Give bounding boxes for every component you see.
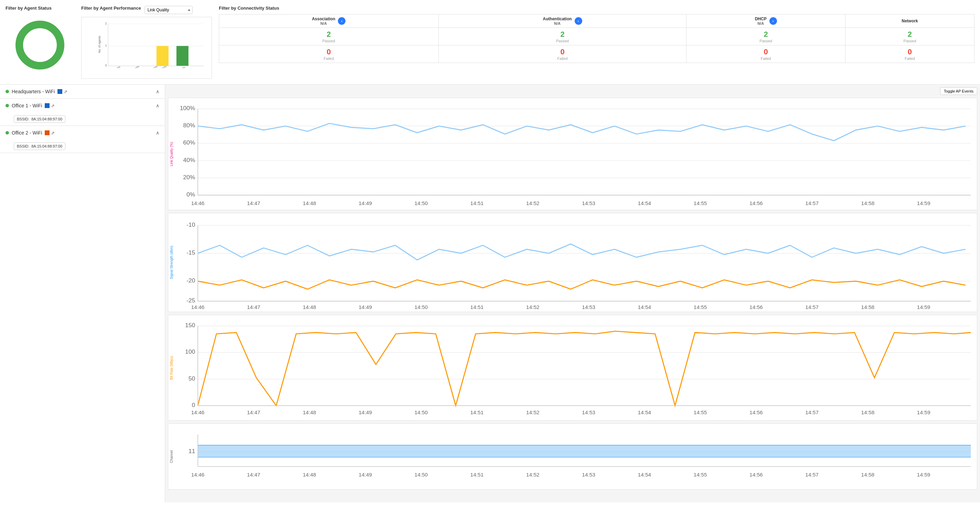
svg-text:80%: 80% bbox=[183, 122, 195, 129]
network-failed-count[interactable]: 0 bbox=[850, 48, 970, 56]
network-item-office2: Office 2 - WiFi ⇗ ∧ BSSID: 8A:15:04:88:9… bbox=[0, 126, 165, 153]
svg-text:14:46: 14:46 bbox=[191, 304, 205, 309]
signal-strength-wrapper: Signal Strength (dbm) -10 -15 -20 -25 bbox=[168, 216, 974, 309]
hq-wifi-icons: ⇗ bbox=[57, 89, 67, 94]
hq-wifi-header-left: Headquarters - WiFi ⇗ bbox=[5, 89, 67, 94]
link-quality-chart: Link Quality (%) 100% 80% 60% 40% 20% 0% bbox=[168, 98, 977, 210]
svg-text:14:55: 14:55 bbox=[694, 304, 707, 309]
assoc-failed-count[interactable]: 0 bbox=[223, 48, 434, 56]
network-passed-count[interactable]: 2 bbox=[850, 30, 970, 39]
svg-text:14:58: 14:58 bbox=[861, 410, 875, 415]
assoc-passed-count[interactable]: 2 bbox=[223, 30, 434, 39]
svg-text:0%: 0% bbox=[186, 191, 195, 198]
svg-text:14:46: 14:46 bbox=[191, 200, 205, 206]
office2-chevron[interactable]: ∧ bbox=[156, 130, 159, 135]
office2-export-icon[interactable]: ⇗ bbox=[51, 130, 55, 135]
svg-text:14:56: 14:56 bbox=[749, 472, 763, 477]
auth-failed-count[interactable]: 0 bbox=[443, 48, 682, 56]
svg-text:14:57: 14:57 bbox=[805, 304, 819, 309]
dhcp-passed-count[interactable]: 2 bbox=[690, 30, 841, 39]
link-quality-y-label: Link Quality (%) bbox=[168, 101, 177, 207]
bit-rate-wrapper: Bit Rate (Mbps) 150 100 50 0 bbox=[168, 318, 974, 418]
svg-text:14:48: 14:48 bbox=[303, 410, 316, 415]
svg-text:14:47: 14:47 bbox=[247, 472, 261, 477]
authentication-label: Authentication bbox=[543, 16, 572, 21]
svg-text:14:52: 14:52 bbox=[526, 304, 539, 309]
office1-chevron[interactable]: ∧ bbox=[156, 103, 159, 108]
svg-text:2: 2 bbox=[105, 22, 107, 25]
svg-text:14:51: 14:51 bbox=[470, 472, 484, 477]
svg-text:11: 11 bbox=[189, 447, 195, 455]
channel-y-label: Channel bbox=[168, 426, 177, 487]
svg-text:14:55: 14:55 bbox=[694, 410, 707, 415]
svg-text:150: 150 bbox=[185, 322, 195, 329]
donut-chart bbox=[13, 18, 67, 73]
hq-chevron[interactable]: ∧ bbox=[156, 89, 159, 94]
svg-text:100%: 100% bbox=[180, 105, 195, 111]
svg-text:14:51: 14:51 bbox=[470, 410, 484, 415]
arrow-dhcp-network: › bbox=[769, 17, 777, 25]
col-network[interactable]: Network bbox=[845, 14, 974, 28]
svg-text:50: 50 bbox=[189, 375, 195, 382]
svg-text:14:58: 14:58 bbox=[861, 304, 875, 309]
office2-wifi-header-left: Office 2 - WiFi ⇗ bbox=[5, 130, 55, 135]
svg-text:20%: 20% bbox=[183, 174, 195, 181]
col-dhcp[interactable]: DHCP N/A › bbox=[686, 14, 845, 28]
association-na: N/A bbox=[312, 21, 335, 25]
col-association[interactable]: Association N/A › bbox=[219, 14, 439, 28]
svg-text:40%: 40% bbox=[183, 156, 195, 164]
bit-rate-svg-area: 150 100 50 0 14:46 14:47 14:48 bbox=[177, 318, 974, 418]
svg-text:14:50: 14:50 bbox=[415, 304, 428, 309]
network-failed-label: Failed bbox=[850, 56, 970, 60]
hq-status-dot bbox=[5, 90, 9, 93]
svg-text:-25: -25 bbox=[186, 297, 195, 304]
svg-text:14:59: 14:59 bbox=[917, 304, 931, 309]
office1-export-icon[interactable]: ⇗ bbox=[51, 103, 55, 108]
connectivity-table: Association N/A › Authentication N/A bbox=[219, 14, 975, 63]
svg-text:20 - 40%: 20 - 40% bbox=[130, 65, 140, 68]
svg-text:1: 1 bbox=[105, 44, 107, 47]
svg-text:14:59: 14:59 bbox=[917, 410, 931, 415]
dhcp-failed-count[interactable]: 0 bbox=[690, 48, 841, 56]
svg-text:14:49: 14:49 bbox=[358, 304, 372, 309]
svg-text:14:53: 14:53 bbox=[582, 304, 595, 309]
hq-blue-icon[interactable] bbox=[57, 89, 62, 94]
svg-text:14:47: 14:47 bbox=[247, 200, 261, 206]
bit-rate-y-label: Bit Rate (Mbps) bbox=[168, 318, 177, 418]
svg-text:14:49: 14:49 bbox=[358, 472, 372, 477]
svg-text:14:55: 14:55 bbox=[694, 472, 707, 477]
office2-bssid-item: BSSID: 8A:15:04:88:97:00 bbox=[0, 140, 165, 153]
svg-text:14:53: 14:53 bbox=[582, 410, 595, 415]
arrow-assoc-auth: › bbox=[338, 17, 345, 25]
link-quality-wrapper: Link Quality (%) 100% 80% 60% 40% 20% 0% bbox=[168, 101, 974, 207]
office2-orange-icon[interactable] bbox=[45, 130, 49, 135]
dropdown-wrapper[interactable]: Link Quality Signal Strength Bit Rate bbox=[145, 6, 193, 14]
office1-wifi-header[interactable]: Office 1 - WiFi ⇗ ∧ bbox=[0, 99, 165, 113]
col-authentication[interactable]: Authentication N/A › bbox=[438, 14, 686, 28]
office2-wifi-name: Office 2 - WiFi bbox=[12, 130, 42, 135]
toggle-ap-button[interactable]: Toggle AP Events bbox=[940, 88, 977, 95]
dhcp-na: N/A bbox=[755, 21, 767, 25]
link-quality-svg: 100% 80% 60% 40% 20% 0% bbox=[177, 101, 974, 207]
svg-text:14:57: 14:57 bbox=[805, 410, 819, 415]
svg-text:14:54: 14:54 bbox=[638, 472, 651, 477]
filter-agent-performance-title: Filter by Agent Performance bbox=[81, 5, 141, 11]
svg-text:-10: -10 bbox=[186, 221, 195, 228]
filter-agent-performance: Filter by Agent Performance Link Quality… bbox=[81, 5, 212, 79]
signal-strength-svg-area: -10 -15 -20 -25 14:46 bbox=[177, 216, 974, 309]
channel-svg: 11 14:46 14:47 14:48 14:49 14:50 14:51 bbox=[177, 426, 974, 487]
filter-connectivity: Filter by Connectivity Status Associatio… bbox=[219, 5, 975, 79]
office2-wifi-header[interactable]: Office 2 - WiFi ⇗ ∧ bbox=[0, 126, 165, 140]
filter-agent-status: Filter by Agent Status bbox=[5, 5, 74, 79]
signal-strength-svg: -10 -15 -20 -25 14:46 bbox=[177, 216, 974, 309]
svg-text:14:59: 14:59 bbox=[917, 472, 931, 477]
svg-text:14:50: 14:50 bbox=[415, 472, 428, 477]
auth-passed-label: Passed bbox=[443, 39, 682, 43]
office1-blue-icon[interactable] bbox=[45, 103, 49, 108]
auth-passed-count[interactable]: 2 bbox=[443, 30, 682, 39]
hq-wifi-header[interactable]: Headquarters - WiFi ⇗ ∧ bbox=[0, 84, 165, 99]
channel-svg-area: 11 14:46 14:47 14:48 14:49 14:50 14:51 bbox=[177, 426, 974, 487]
hq-export-icon[interactable]: ⇗ bbox=[64, 89, 67, 94]
performance-dropdown[interactable]: Link Quality Signal Strength Bit Rate bbox=[145, 6, 193, 14]
office1-wifi-header-left: Office 1 - WiFi ⇗ bbox=[5, 103, 55, 108]
